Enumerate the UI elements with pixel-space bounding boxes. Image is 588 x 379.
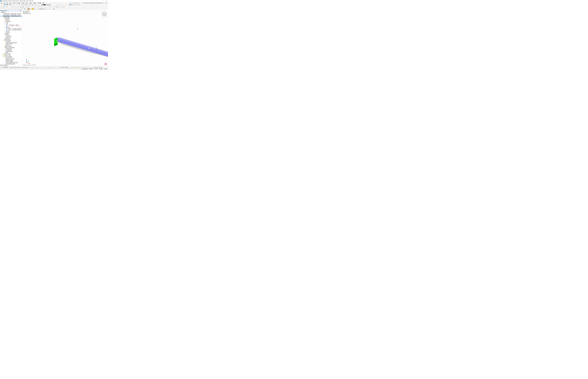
tree-types-nodes[interactable]: ▸Types for Nodes [0, 53, 22, 55]
tree-thicknesses[interactable]: ▬Thicknesses [0, 20, 22, 22]
workplane-select[interactable] [2, 67, 9, 68]
dash2-icon[interactable]: ╱▾ [49, 6, 51, 8]
g3-icon[interactable]: ▦ [63, 66, 65, 68]
delete-icon[interactable]: ✕ [63, 6, 65, 8]
lk1-icon[interactable]: 🔒 [71, 66, 73, 68]
cut4-icon[interactable]: ◫ [42, 6, 43, 8]
formula-icon[interactable]: fx [28, 4, 29, 6]
tree-line-1[interactable]: 1 - 1,2 | Polyline | L : 10.00 ft [0, 24, 22, 26]
h8-icon[interactable]: ▢ [90, 66, 91, 68]
tree-line-sets[interactable]: ╱Line Sets [0, 34, 22, 36]
table5-icon[interactable]: ▦ [29, 4, 31, 6]
b1-icon[interactable]: ▦ [10, 66, 11, 68]
tree-struct-mod[interactable]: ▦Structure Modifications [0, 47, 22, 48]
nav-tab-data-icon[interactable]: ▤ [0, 65, 2, 66]
link-icon[interactable]: 🔗 [48, 8, 50, 10]
tree-lines[interactable]: ▾╱Lines [0, 23, 22, 24]
tree-surface-contacts[interactable]: ▬Surface Contacts [0, 43, 22, 45]
menu-cadbim[interactable]: CAD-BIM [37, 2, 42, 3]
flag-icon[interactable]: ⚑ [60, 4, 62, 6]
wframe2-icon[interactable]: ▢ [39, 4, 41, 6]
scale-icon[interactable]: 10▾ [21, 8, 24, 10]
tree-result-sections[interactable]: ▦Result Sections [0, 46, 22, 47]
tree-blocks[interactable]: ◉Blocks [0, 52, 22, 53]
tree-intersections[interactable]: ✕Intersections [0, 41, 22, 42]
open-icon[interactable]: 📂 [2, 4, 3, 6]
minimize-button[interactable]: ─ [99, 0, 102, 2]
grid2-icon[interactable]: ▦ [21, 6, 23, 8]
tree-surfaces[interactable]: ▱Surfaces [0, 31, 22, 32]
c2-icon[interactable]: ▦ [39, 8, 41, 10]
nav-tab-views-icon[interactable]: 📹 [4, 65, 6, 66]
mesh-icon[interactable]: ▩ [26, 8, 28, 10]
box3-icon[interactable]: ▢ [5, 8, 7, 10]
plot2-icon[interactable]: 〰 [45, 6, 47, 8]
menu-file[interactable]: File [0, 2, 3, 3]
nav-tab-results-icon[interactable]: 〰 [6, 65, 8, 66]
s7-icon[interactable]: ⊥ [44, 66, 46, 68]
tree-member-1[interactable]: 1 - Beam | 1 - Sqr HSS 3-1/2x3-1/2x0.250… [0, 28, 22, 29]
loadcase-select[interactable] [46, 4, 56, 5]
tree-surface-releases[interactable]: ▱Surface Releases [0, 51, 22, 52]
g1-icon[interactable]: ▦ [60, 66, 61, 68]
b9-icon[interactable]: ▦▾ [24, 66, 26, 68]
tree-types-members[interactable]: ▾Types for Members [0, 56, 22, 57]
tree-root[interactable]: ▣RFEM [0, 12, 22, 13]
dash-icon[interactable]: ╱ [48, 6, 49, 8]
flat-icon[interactable]: ▭▾ [19, 8, 21, 10]
edit-icon[interactable]: ✎▾ [17, 6, 19, 8]
s14-icon[interactable]: ╱ [57, 66, 59, 68]
menu-assign[interactable]: Assign [12, 2, 16, 3]
box2-icon[interactable]: ▢ [3, 8, 5, 10]
tree-member-sets[interactable]: ╱Member Sets [0, 36, 22, 37]
load1-icon[interactable]: ↓ [30, 6, 32, 8]
s12-icon[interactable]: ╱ [54, 66, 56, 68]
refresh-icon[interactable]: ⟳ [61, 6, 62, 8]
line-icon[interactable]: ╱▾ [11, 6, 13, 8]
s9-icon[interactable]: ⊹▾ [48, 66, 49, 68]
viewport-3d[interactable]: LC1 - Self-weight Static Analysis Rotati… [22, 10, 108, 66]
del2-icon[interactable]: ✕ [51, 8, 53, 10]
loadcase-indicator[interactable]: D LC1 [42, 4, 46, 5]
zoom-icon[interactable]: 🔍▾ [4, 6, 6, 8]
b6-icon[interactable]: ▦ [18, 66, 20, 68]
script-icon[interactable]: ▦ [34, 8, 35, 10]
glasses-icon[interactable]: 👓 [0, 8, 2, 10]
tree-member-2[interactable]: 2 - Beam | 1 - Sqr HSS 3-1/2x3-1/2x0.250… [0, 29, 22, 31]
table3-icon[interactable]: ▦ [24, 4, 26, 6]
s13-icon[interactable]: ╱ [56, 66, 57, 68]
report-icon[interactable]: 📋 [12, 4, 14, 6]
menu-results[interactable]: Results [21, 2, 25, 3]
chart-icon[interactable]: 📊 [77, 4, 79, 6]
h1-icon[interactable]: ▢ [78, 66, 80, 68]
v2-icon[interactable]: ▦ [95, 66, 97, 68]
node-icon[interactable]: • [9, 6, 11, 8]
info-icon[interactable]: ⓘ [47, 8, 48, 10]
table2-icon[interactable]: ▦ [23, 4, 24, 6]
beam-model[interactable]: Z X z 1 2 1 [54, 37, 108, 63]
sup1-icon[interactable]: ⊥ [68, 66, 70, 68]
tree-surface-sets[interactable]: ▱Surface Sets [0, 37, 22, 38]
tree-members[interactable]: ▾╱Members [0, 27, 22, 28]
tree-member-stiff[interactable]: ╱Member Stiffness Modifications [0, 62, 22, 63]
tree-project-1[interactable]: ▸▫Double Members - Member Hinges - Recor… [0, 13, 22, 14]
s5-icon[interactable]: ⌒ [41, 66, 43, 68]
h3-icon[interactable]: ╲ [82, 66, 83, 68]
wp-icon[interactable]: ⊞ [0, 66, 2, 68]
child-restore-button[interactable]: ❐ [105, 2, 106, 3]
section-icon[interactable]: ✂▾ [58, 6, 60, 8]
cut2-icon[interactable]: ◫ [38, 6, 40, 8]
axis2-icon[interactable]: ⊹▾ [15, 8, 16, 10]
block-icon[interactable]: 🟦 [5, 4, 7, 6]
s1-icon[interactable]: │ [34, 66, 35, 68]
support3-icon[interactable]: ⊥ [65, 4, 67, 6]
surface-icon[interactable]: ▱▾ [15, 6, 17, 8]
tree-project-3[interactable]: ▾▫Double Members - Member Hinges 3.rf6* … [0, 16, 22, 17]
v3-icon[interactable]: ▦ [97, 66, 98, 68]
box1-icon[interactable]: ▢ [2, 8, 3, 10]
print-icon[interactable]: 🖶 [10, 4, 12, 6]
s2-icon[interactable]: ╱ [35, 66, 37, 68]
menu-options[interactable]: Options [29, 2, 33, 3]
tree-line-2[interactable]: 2 - 1,2 | Polyline | L : 10.00 ft | Line… [0, 26, 22, 27]
s3-icon[interactable]: ╱▾ [37, 66, 39, 68]
